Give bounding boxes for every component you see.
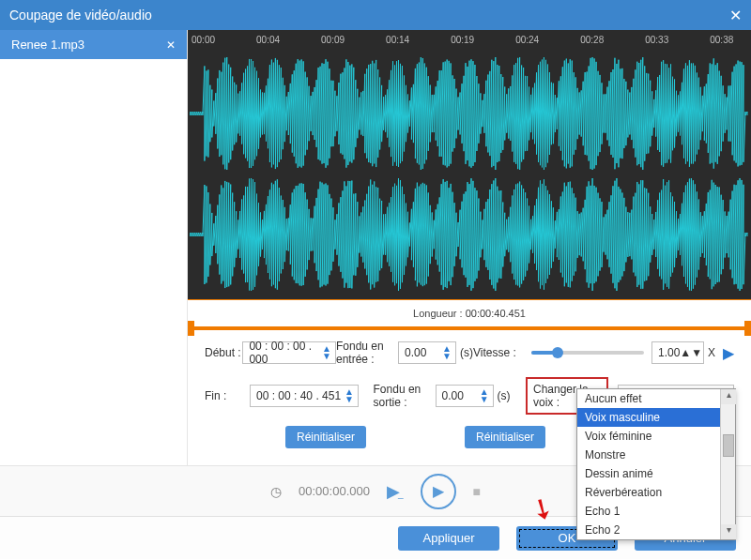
go-start-icon[interactable]: ▶_ [387,481,404,502]
speed-label: Vitesse : [473,346,524,359]
voice-option[interactable]: Réverbéreation [577,483,735,502]
main-panel: 00:0000:0400:0900:1400:1900:2400:2800:33… [188,30,751,465]
fadein-label: Fondu en entrée : [336,340,398,366]
stop-button[interactable]: ■ [473,484,481,499]
playhead-time: 00:00:00.000 [299,484,370,498]
speed-slider[interactable] [531,351,644,355]
end-label: Fin : [205,389,250,402]
waveform-area[interactable] [188,49,751,300]
spinner-arrows-icon[interactable]: ▲▼ [680,346,702,359]
ruler-tick: 00:38 [710,35,733,45]
ruler-tick: 00:24 [515,35,539,45]
voice-option[interactable]: Echo 1 [577,502,735,521]
timeline-ruler[interactable]: 00:0000:0400:0900:1400:1900:2400:2800:33… [188,30,751,49]
fadein-input[interactable]: 0.00 ▲▼ [398,341,456,364]
fadeout-input[interactable]: 0.00 ▲▼ [436,385,494,407]
spinner-arrows-icon[interactable]: ▲▼ [322,345,331,360]
dropdown-scrollbar[interactable]: ▴ ▾ [720,389,735,539]
fadeout-label: Fondu en sortie : [374,383,436,409]
ruler-tick: 00:19 [451,35,474,45]
reset-fade-button[interactable]: Réinitialiser [465,426,545,448]
remove-file-icon[interactable]: ✕ [166,38,176,52]
apply-button[interactable]: Appliquer [398,526,499,551]
spinner-arrows-icon[interactable]: ▲▼ [480,388,489,403]
speed-suffix: X [708,346,715,359]
ruler-tick: 00:04 [256,35,280,45]
voice-option[interactable]: Echo 2 [577,521,735,539]
voice-option[interactable]: Voix féminine [577,427,735,446]
seconds-unit: (s) [498,389,511,402]
voice-option[interactable]: Voix masculine [577,408,735,427]
window-title: Coupage de vidéo/audio [9,8,152,23]
speed-value-input[interactable]: 1.00 ▲▼ [651,341,704,364]
spinner-arrows-icon[interactable]: ▲▼ [345,388,354,403]
close-icon[interactable]: ✕ [729,7,742,24]
length-label: Longueur : 00:00:40.451 [188,300,751,326]
seconds-unit: (s) [460,346,473,359]
ruler-tick: 00:00 [192,35,215,45]
play-button[interactable]: ▶ [421,474,456,509]
scroll-up-icon[interactable]: ▴ [721,389,736,404]
ruler-tick: 00:33 [645,35,668,45]
sidebar: Renee 1.mp3 ✕ [0,30,188,465]
scroll-down-icon[interactable]: ▾ [721,524,736,539]
voice-option[interactable]: Dessin animé [577,464,735,483]
voice-dropdown[interactable]: Aucun effetVoix masculineVoix féminineMo… [576,388,736,540]
reset-time-button[interactable]: Réinitialiser [285,426,366,448]
play-preview-icon[interactable]: ▶ [723,344,734,362]
waveform-bottom [190,178,749,291]
ruler-tick: 00:14 [386,35,409,45]
controls: Début : 00 : 00 : 00 . 000 ▲▼ Fondu en e… [188,330,751,460]
start-time-input[interactable]: 00 : 00 : 00 . 000 ▲▼ [242,341,336,364]
clock-icon: ◷ [270,484,282,499]
ruler-tick: 00:28 [580,35,604,45]
voice-option[interactable]: Aucun effet [577,389,735,408]
file-item[interactable]: Renee 1.mp3 ✕ [0,30,187,59]
ruler-tick: 00:09 [321,35,345,45]
scroll-thumb[interactable] [723,434,734,457]
file-name: Renee 1.mp3 [11,38,84,52]
start-label: Début : [205,346,242,359]
titlebar: Coupage de vidéo/audio ✕ [0,0,751,30]
body: Renee 1.mp3 ✕ 00:0000:0400:0900:1400:190… [0,30,751,465]
voice-option[interactable]: Monstre [577,446,735,464]
spinner-arrows-icon[interactable]: ▲▼ [442,345,452,360]
waveform-top [190,57,749,170]
end-time-input[interactable]: 00 : 00 : 40 . 451 ▲▼ [250,385,359,407]
